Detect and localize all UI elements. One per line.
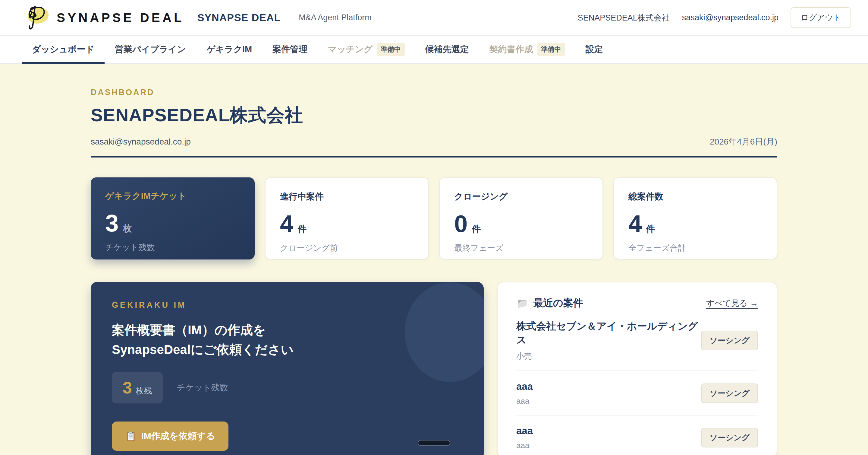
stat-subtext: 最終フェーズ [454, 243, 588, 253]
page-title: SENAPSEDEAL株式会社 [91, 103, 777, 127]
ticket-value: 3 [123, 379, 132, 396]
clipboard-icon: 📋 [125, 431, 136, 442]
deal-name: 株式会社セブン＆アイ・ホールディングス [516, 319, 701, 347]
tab-contract-creation: 契約書作成 準備中 [479, 36, 575, 63]
tab-matching: マッチング 準備中 [318, 36, 415, 63]
tab-settings[interactable]: 設定 [575, 36, 613, 63]
ticket-unit: 枚残 [135, 385, 152, 396]
stat-card-im-tickets: ゲキラクIMチケット 3 枚 チケット残数 [91, 177, 255, 259]
stats-row: ゲキラクIMチケット 3 枚 チケット残数 進行中案件 4 件 クロージング前 … [91, 177, 777, 259]
deal-name: aaa [516, 425, 533, 436]
brand-name: SYNAPSE DEAL [197, 12, 281, 24]
promo-title-line1: 案件概要書（IM）の作成を [112, 323, 266, 337]
stat-value: 4 [628, 212, 642, 236]
logo-wordmark: SYNAPSE DEAL [57, 10, 184, 25]
stat-subtext: チケット残数 [105, 242, 240, 253]
folder-icon: 📁 [516, 297, 528, 309]
deal-industry: aaa [516, 441, 533, 450]
tab-candidate-selection[interactable]: 候補先選定 [415, 36, 479, 63]
stat-unit: 件 [472, 223, 481, 235]
ticket-count-box: 3 枚残 [112, 372, 163, 403]
current-date: 2026年4月6日(月) [710, 136, 777, 147]
tab-gekiraku-im[interactable]: ゲキラクIM [196, 36, 262, 63]
stat-label: 進行中案件 [280, 191, 414, 203]
ticket-label: チケット残数 [177, 382, 228, 394]
synapse-scribble-logo-icon [22, 4, 51, 32]
logout-button[interactable]: ログアウト [790, 7, 851, 28]
home-indicator-pill [418, 440, 450, 446]
deal-status-badge: ソーシング [701, 331, 758, 350]
preparing-badge: 準備中 [377, 43, 405, 56]
account-email: sasaki@synapsedeal.co.jp [91, 137, 191, 147]
stat-label: クロージング [454, 191, 588, 203]
header-user-email: sasaki@synapsedeal.co.jp [682, 13, 778, 22]
page-eyebrow: DASHBOARD [91, 88, 777, 97]
preparing-badge: 準備中 [537, 43, 565, 56]
stat-subtext: 全フェーズ合計 [628, 243, 762, 253]
tab-label: マッチング [328, 44, 373, 56]
tab-label: 契約書作成 [490, 44, 533, 56]
stat-value: 3 [105, 211, 119, 235]
header-company-name: SENAPSEDEAL株式会社 [578, 12, 670, 23]
stat-unit: 件 [646, 223, 655, 235]
see-all-link[interactable]: すべて見る → [706, 298, 758, 309]
stat-unit: 件 [298, 223, 307, 235]
stat-card-total-deals: 総案件数 4 件 全フェーズ合計 [613, 177, 777, 259]
promo-title: 案件概要書（IM）の作成を SynapseDealにご依頼ください [112, 320, 463, 359]
stat-label: 総案件数 [628, 191, 762, 203]
main-nav: ダッシュボード 営業パイプライン ゲキラクIM 案件管理 マッチング 準備中 候… [0, 36, 868, 64]
stat-unit: 枚 [123, 222, 132, 235]
tab-label: ゲキラクIM [207, 44, 252, 56]
recent-deals-title-text: 最近の案件 [533, 296, 583, 310]
tab-label: ダッシュボード [32, 44, 94, 56]
promo-eyebrow: GEKIRAKU IM [112, 301, 463, 310]
stat-card-closing: クロージング 0 件 最終フェーズ [439, 177, 603, 259]
stat-label: ゲキラクIMチケット [105, 190, 240, 202]
stat-value: 0 [454, 212, 468, 236]
gekiraku-im-promo-card: GEKIRAKU IM 案件概要書（IM）の作成を SynapseDealにご依… [91, 282, 484, 455]
promo-title-line2: SynapseDealにご依頼ください [112, 342, 293, 357]
tab-dashboard[interactable]: ダッシュボード [22, 36, 104, 63]
request-im-button-label: IM作成を依頼する [141, 430, 215, 442]
recent-deals-title: 📁 最近の案件 [516, 296, 583, 310]
stat-subtext: クロージング前 [280, 243, 414, 253]
recent-deals-card: 📁 最近の案件 すべて見る → 株式会社セブン＆アイ・ホールディングス 小売 ソ… [497, 282, 777, 455]
tab-label: 候補先選定 [425, 44, 469, 56]
tab-label: 案件管理 [273, 44, 307, 56]
tab-sales-pipeline[interactable]: 営業パイプライン [104, 36, 196, 63]
platform-tagline: M&A Agent Platform [299, 13, 372, 22]
deal-industry: 小売 [516, 351, 701, 362]
logo-link[interactable]: SYNAPSE DEAL [22, 4, 184, 32]
deal-industry: aaa [516, 396, 533, 406]
stat-card-active-deals: 進行中案件 4 件 クロージング前 [265, 177, 429, 259]
title-divider [91, 156, 777, 158]
main-content: DASHBOARD SENAPSEDEAL株式会社 sasaki@synapse… [0, 64, 868, 455]
request-im-button[interactable]: 📋 IM作成を依頼する [112, 422, 228, 451]
deal-row[interactable]: aaa aaa ソーシング [516, 416, 758, 455]
app-header: SYNAPSE DEAL SYNAPSE DEAL M&A Agent Plat… [0, 0, 868, 36]
deal-row[interactable]: 株式会社セブン＆アイ・ホールディングス 小売 ソーシング [516, 310, 758, 371]
deal-row[interactable]: aaa aaa ソーシング [516, 371, 758, 416]
deal-status-badge: ソーシング [701, 428, 758, 448]
deal-status-badge: ソーシング [701, 383, 758, 403]
tab-label: 営業パイプライン [115, 44, 186, 56]
tab-deal-management[interactable]: 案件管理 [262, 36, 318, 63]
stat-value: 4 [280, 212, 293, 236]
deal-name: aaa [516, 381, 533, 392]
tab-label: 設定 [586, 44, 603, 56]
